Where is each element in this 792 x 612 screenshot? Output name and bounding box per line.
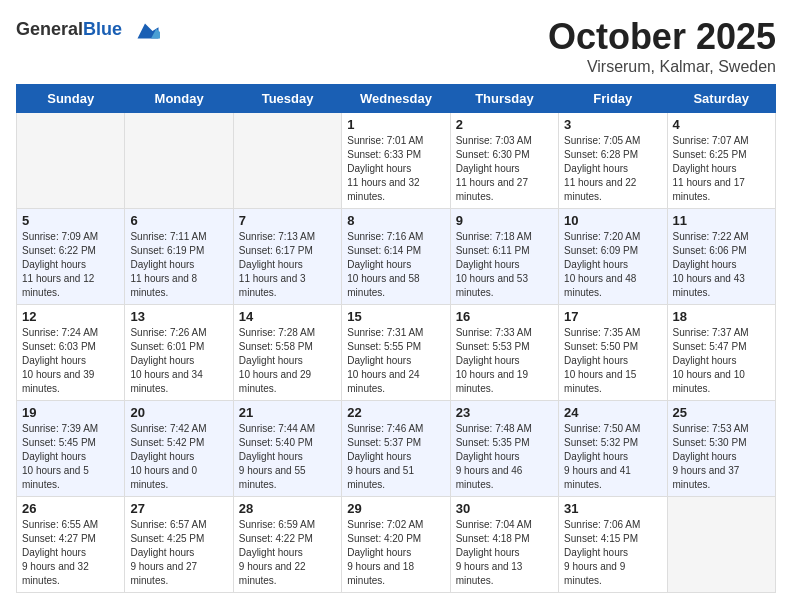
calendar-cell xyxy=(125,113,233,209)
day-number: 19 xyxy=(22,405,119,420)
day-number: 4 xyxy=(673,117,770,132)
calendar-cell: 10Sunrise: 7:20 AMSunset: 6:09 PMDayligh… xyxy=(559,209,667,305)
calendar-cell: 28Sunrise: 6:59 AMSunset: 4:22 PMDayligh… xyxy=(233,497,341,593)
calendar-cell: 12Sunrise: 7:24 AMSunset: 6:03 PMDayligh… xyxy=(17,305,125,401)
weekday-header-row: SundayMondayTuesdayWednesdayThursdayFrid… xyxy=(17,85,776,113)
calendar-cell xyxy=(233,113,341,209)
logo-blue: Blue xyxy=(83,19,122,39)
day-detail: Sunrise: 7:06 AMSunset: 4:15 PMDaylight … xyxy=(564,518,661,588)
calendar-cell: 31Sunrise: 7:06 AMSunset: 4:15 PMDayligh… xyxy=(559,497,667,593)
weekday-header-tuesday: Tuesday xyxy=(233,85,341,113)
day-detail: Sunrise: 7:22 AMSunset: 6:06 PMDaylight … xyxy=(673,230,770,300)
day-number: 27 xyxy=(130,501,227,516)
day-detail: Sunrise: 7:46 AMSunset: 5:37 PMDaylight … xyxy=(347,422,444,492)
day-detail: Sunrise: 7:31 AMSunset: 5:55 PMDaylight … xyxy=(347,326,444,396)
day-number: 10 xyxy=(564,213,661,228)
day-number: 3 xyxy=(564,117,661,132)
day-number: 28 xyxy=(239,501,336,516)
day-number: 26 xyxy=(22,501,119,516)
day-number: 17 xyxy=(564,309,661,324)
day-number: 21 xyxy=(239,405,336,420)
calendar-cell: 25Sunrise: 7:53 AMSunset: 5:30 PMDayligh… xyxy=(667,401,775,497)
calendar-cell: 21Sunrise: 7:44 AMSunset: 5:40 PMDayligh… xyxy=(233,401,341,497)
calendar-cell: 27Sunrise: 6:57 AMSunset: 4:25 PMDayligh… xyxy=(125,497,233,593)
logo-general: General xyxy=(16,19,83,39)
day-detail: Sunrise: 7:02 AMSunset: 4:20 PMDaylight … xyxy=(347,518,444,588)
day-detail: Sunrise: 7:42 AMSunset: 5:42 PMDaylight … xyxy=(130,422,227,492)
day-detail: Sunrise: 6:59 AMSunset: 4:22 PMDaylight … xyxy=(239,518,336,588)
weekday-header-sunday: Sunday xyxy=(17,85,125,113)
day-detail: Sunrise: 7:09 AMSunset: 6:22 PMDaylight … xyxy=(22,230,119,300)
calendar-cell: 9Sunrise: 7:18 AMSunset: 6:11 PMDaylight… xyxy=(450,209,558,305)
month-title: October 2025 xyxy=(548,16,776,58)
calendar-cell: 8Sunrise: 7:16 AMSunset: 6:14 PMDaylight… xyxy=(342,209,450,305)
day-detail: Sunrise: 7:04 AMSunset: 4:18 PMDaylight … xyxy=(456,518,553,588)
calendar-cell: 4Sunrise: 7:07 AMSunset: 6:25 PMDaylight… xyxy=(667,113,775,209)
calendar-cell: 20Sunrise: 7:42 AMSunset: 5:42 PMDayligh… xyxy=(125,401,233,497)
day-number: 22 xyxy=(347,405,444,420)
day-detail: Sunrise: 7:28 AMSunset: 5:58 PMDaylight … xyxy=(239,326,336,396)
day-detail: Sunrise: 7:18 AMSunset: 6:11 PMDaylight … xyxy=(456,230,553,300)
day-detail: Sunrise: 7:33 AMSunset: 5:53 PMDaylight … xyxy=(456,326,553,396)
day-number: 5 xyxy=(22,213,119,228)
day-detail: Sunrise: 7:44 AMSunset: 5:40 PMDaylight … xyxy=(239,422,336,492)
day-number: 9 xyxy=(456,213,553,228)
day-detail: Sunrise: 6:57 AMSunset: 4:25 PMDaylight … xyxy=(130,518,227,588)
weekday-header-thursday: Thursday xyxy=(450,85,558,113)
calendar-cell: 24Sunrise: 7:50 AMSunset: 5:32 PMDayligh… xyxy=(559,401,667,497)
day-detail: Sunrise: 7:37 AMSunset: 5:47 PMDaylight … xyxy=(673,326,770,396)
day-number: 14 xyxy=(239,309,336,324)
day-number: 20 xyxy=(130,405,227,420)
day-number: 24 xyxy=(564,405,661,420)
weekday-header-wednesday: Wednesday xyxy=(342,85,450,113)
day-detail: Sunrise: 7:07 AMSunset: 6:25 PMDaylight … xyxy=(673,134,770,204)
day-detail: Sunrise: 7:48 AMSunset: 5:35 PMDaylight … xyxy=(456,422,553,492)
day-number: 30 xyxy=(456,501,553,516)
calendar-cell: 16Sunrise: 7:33 AMSunset: 5:53 PMDayligh… xyxy=(450,305,558,401)
day-number: 7 xyxy=(239,213,336,228)
day-detail: Sunrise: 7:39 AMSunset: 5:45 PMDaylight … xyxy=(22,422,119,492)
calendar-cell: 13Sunrise: 7:26 AMSunset: 6:01 PMDayligh… xyxy=(125,305,233,401)
weekday-header-monday: Monday xyxy=(125,85,233,113)
calendar-table: SundayMondayTuesdayWednesdayThursdayFrid… xyxy=(16,84,776,593)
week-row-3: 12Sunrise: 7:24 AMSunset: 6:03 PMDayligh… xyxy=(17,305,776,401)
calendar-cell xyxy=(667,497,775,593)
weekday-header-friday: Friday xyxy=(559,85,667,113)
day-number: 11 xyxy=(673,213,770,228)
week-row-2: 5Sunrise: 7:09 AMSunset: 6:22 PMDaylight… xyxy=(17,209,776,305)
day-detail: Sunrise: 7:20 AMSunset: 6:09 PMDaylight … xyxy=(564,230,661,300)
calendar-cell: 19Sunrise: 7:39 AMSunset: 5:45 PMDayligh… xyxy=(17,401,125,497)
calendar-cell: 3Sunrise: 7:05 AMSunset: 6:28 PMDaylight… xyxy=(559,113,667,209)
week-row-5: 26Sunrise: 6:55 AMSunset: 4:27 PMDayligh… xyxy=(17,497,776,593)
day-detail: Sunrise: 7:01 AMSunset: 6:33 PMDaylight … xyxy=(347,134,444,204)
title-area: October 2025 Virserum, Kalmar, Sweden xyxy=(548,16,776,76)
day-detail: Sunrise: 7:26 AMSunset: 6:01 PMDaylight … xyxy=(130,326,227,396)
day-detail: Sunrise: 7:13 AMSunset: 6:17 PMDaylight … xyxy=(239,230,336,300)
day-number: 25 xyxy=(673,405,770,420)
weekday-header-saturday: Saturday xyxy=(667,85,775,113)
day-detail: Sunrise: 7:11 AMSunset: 6:19 PMDaylight … xyxy=(130,230,227,300)
calendar-cell: 17Sunrise: 7:35 AMSunset: 5:50 PMDayligh… xyxy=(559,305,667,401)
calendar-cell: 30Sunrise: 7:04 AMSunset: 4:18 PMDayligh… xyxy=(450,497,558,593)
calendar-cell: 18Sunrise: 7:37 AMSunset: 5:47 PMDayligh… xyxy=(667,305,775,401)
location-title: Virserum, Kalmar, Sweden xyxy=(548,58,776,76)
logo: GeneralBlue xyxy=(16,16,160,46)
day-detail: Sunrise: 6:55 AMSunset: 4:27 PMDaylight … xyxy=(22,518,119,588)
calendar-cell: 14Sunrise: 7:28 AMSunset: 5:58 PMDayligh… xyxy=(233,305,341,401)
calendar-cell: 29Sunrise: 7:02 AMSunset: 4:20 PMDayligh… xyxy=(342,497,450,593)
calendar-cell: 15Sunrise: 7:31 AMSunset: 5:55 PMDayligh… xyxy=(342,305,450,401)
page-header: GeneralBlue October 2025 Virserum, Kalma… xyxy=(16,16,776,76)
calendar-cell: 26Sunrise: 6:55 AMSunset: 4:27 PMDayligh… xyxy=(17,497,125,593)
day-detail: Sunrise: 7:53 AMSunset: 5:30 PMDaylight … xyxy=(673,422,770,492)
logo-icon xyxy=(130,16,160,46)
calendar-cell: 5Sunrise: 7:09 AMSunset: 6:22 PMDaylight… xyxy=(17,209,125,305)
day-number: 16 xyxy=(456,309,553,324)
week-row-4: 19Sunrise: 7:39 AMSunset: 5:45 PMDayligh… xyxy=(17,401,776,497)
calendar-cell xyxy=(17,113,125,209)
day-number: 8 xyxy=(347,213,444,228)
calendar-cell: 11Sunrise: 7:22 AMSunset: 6:06 PMDayligh… xyxy=(667,209,775,305)
calendar-cell: 1Sunrise: 7:01 AMSunset: 6:33 PMDaylight… xyxy=(342,113,450,209)
day-number: 12 xyxy=(22,309,119,324)
day-number: 13 xyxy=(130,309,227,324)
day-detail: Sunrise: 7:24 AMSunset: 6:03 PMDaylight … xyxy=(22,326,119,396)
